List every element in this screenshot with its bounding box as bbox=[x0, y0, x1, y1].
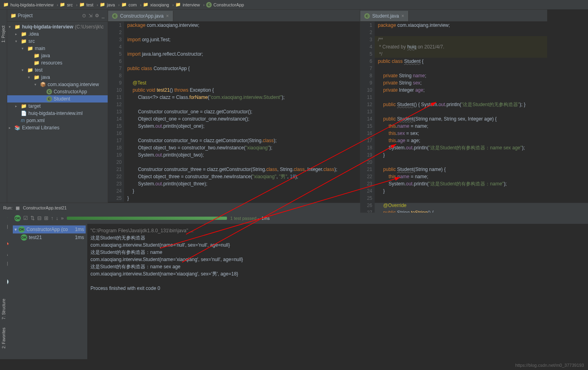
target-icon[interactable]: ⊙ bbox=[82, 13, 86, 18]
panel-title: 📁 Project bbox=[10, 13, 33, 18]
breadcrumb-item[interactable]: 📁test bbox=[79, 2, 98, 7]
breadcrumb-item[interactable]: 📁src bbox=[60, 2, 77, 7]
next-icon[interactable]: ↓ bbox=[56, 215, 59, 221]
class-icon: C bbox=[112, 13, 118, 19]
tree-item[interactable]: ▾📦com.xiaoqiang.interview bbox=[7, 81, 108, 88]
tree-item[interactable]: 📁resources bbox=[7, 59, 108, 66]
tree-item[interactable]: ▾📁main bbox=[7, 45, 108, 52]
tree-external[interactable]: ▸📚External Libraries bbox=[7, 124, 108, 131]
breadcrumb-item[interactable]: 📁com bbox=[121, 2, 141, 7]
tree-item[interactable]: CConstructorApp bbox=[7, 88, 108, 95]
left-sidebar-bottom: 7: Structure 2: Favorites bbox=[0, 212, 7, 356]
class-icon: C bbox=[206, 2, 212, 8]
tree-item[interactable]: 📄huiq-bigdata-interview.iml bbox=[7, 110, 108, 117]
breadcrumb-item[interactable]: 📁huiq-bigdata-interview bbox=[3, 2, 58, 7]
code-editor-left[interactable]: 1package com.xiaoqiang.interview;23impor… bbox=[108, 22, 360, 202]
close-icon[interactable]: × bbox=[401, 13, 404, 19]
expand-icon[interactable]: ⊞ bbox=[44, 215, 48, 221]
editor-tab-right[interactable]: CStudent.java× bbox=[360, 11, 409, 21]
editor-right: CStudent.java× 1package com.xiaoqiang.in… bbox=[360, 10, 547, 203]
editor-tab-left[interactable]: CConstructorApp.java× bbox=[108, 11, 173, 21]
ok-icon[interactable]: OK bbox=[14, 215, 21, 221]
test-pass-text: 1 test passed – 1ms bbox=[230, 216, 269, 221]
tree-item[interactable]: ▾📁java bbox=[7, 74, 108, 81]
breadcrumb-item[interactable]: 📁xiaoqiang bbox=[143, 2, 174, 7]
tree-item[interactable]: ▸📁target bbox=[7, 103, 108, 110]
tree-item[interactable]: mpom.xml bbox=[7, 117, 108, 124]
tree-item[interactable]: ▾📁test bbox=[7, 66, 108, 74]
tree-item[interactable]: CStudent bbox=[7, 95, 108, 103]
sidebar-favorites-tab[interactable]: 2: Favorites bbox=[2, 328, 6, 348]
left-sidebar: 1: Project bbox=[0, 10, 7, 203]
test-child[interactable]: OKtest211ms bbox=[13, 233, 86, 241]
run-panel: Run: ▦ ConstructorApp.test21 ▶ ▦ ■ 📌 ⏏ ▦… bbox=[0, 203, 588, 359]
breadcrumb-item[interactable]: CConstructorApp bbox=[206, 2, 247, 8]
tree-item[interactable]: ▾📁src bbox=[7, 38, 108, 45]
breadcrumb: 📁huiq-bigdata-interview 📁src 📁test 📁java… bbox=[0, 0, 588, 10]
test-tree: ▾OKConstructorApp (co1ms OKtest211ms bbox=[11, 224, 87, 359]
tree-item[interactable]: ▸📁.idea bbox=[7, 30, 108, 38]
breadcrumb-item[interactable]: 📁java bbox=[100, 2, 120, 7]
sort-icon[interactable]: ⇅ bbox=[30, 215, 35, 221]
run-config-icon: ▦ bbox=[16, 205, 20, 211]
console-output[interactable]: "C:\Program Files\Java\jdk1.8.0_131\bin\… bbox=[87, 224, 588, 359]
tree-root[interactable]: ▾📁huiq-bigdata-interview (C:\Users\jk\c bbox=[7, 23, 108, 30]
close-icon[interactable]: × bbox=[166, 13, 169, 19]
show-passed-icon[interactable]: ☑ bbox=[23, 215, 28, 221]
gear-icon[interactable]: ⚙ bbox=[95, 13, 99, 18]
sidebar-structure-tab[interactable]: 7: Structure bbox=[2, 299, 6, 320]
expand-icon[interactable]: ⇲ bbox=[88, 13, 92, 18]
project-panel: 📁 Project ⊙ ⇲ ⚙ ⎯ ▾📁huiq-bigdata-intervi… bbox=[7, 10, 108, 203]
prev-icon[interactable]: ↑ bbox=[51, 215, 54, 221]
run-label: Run: bbox=[3, 205, 12, 210]
project-tree: ▾📁huiq-bigdata-interview (C:\Users\jk\c … bbox=[7, 22, 108, 133]
class-icon: C bbox=[364, 13, 370, 19]
watermark: https://blog.csdn.net/m0_37739193 bbox=[515, 363, 584, 368]
progress-bar bbox=[67, 217, 227, 220]
hide-icon[interactable]: ⎯ bbox=[102, 13, 104, 18]
breadcrumb-item[interactable]: 📁interview bbox=[175, 2, 205, 7]
tree-item[interactable]: 📁java bbox=[7, 52, 108, 59]
sidebar-project-tab[interactable]: 1: Project bbox=[1, 26, 6, 42]
run-config-name: ConstructorApp.test21 bbox=[23, 205, 66, 210]
editor-left: CConstructorApp.java× 1package com.xiaoq… bbox=[108, 10, 360, 203]
collapse-icon[interactable]: ⊟ bbox=[37, 215, 42, 221]
more-icon[interactable]: » bbox=[61, 215, 64, 221]
test-root[interactable]: ▾OKConstructorApp (co1ms bbox=[13, 225, 86, 233]
